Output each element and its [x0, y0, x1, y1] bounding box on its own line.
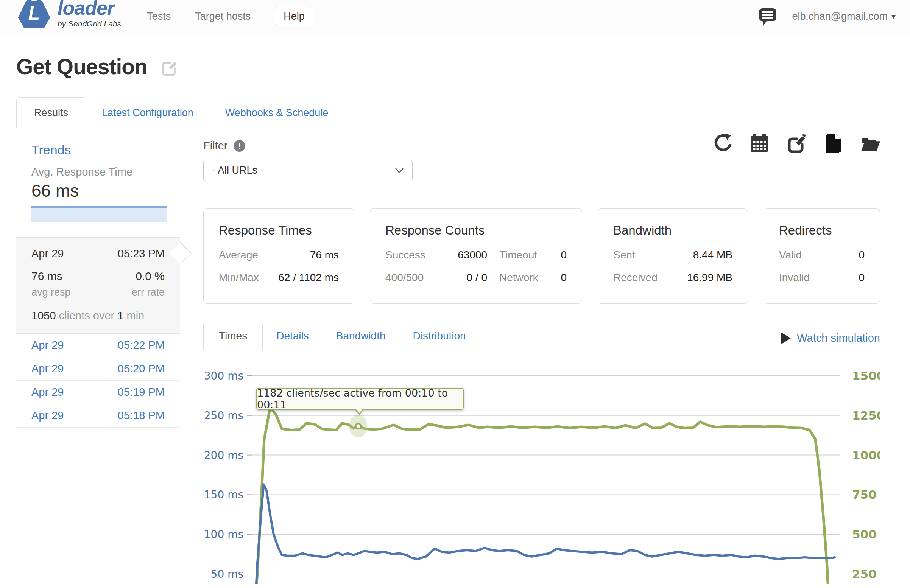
clients-count: 1050 — [31, 310, 56, 321]
page-title: Get Question — [16, 54, 147, 79]
run-avg-label: avg resp — [31, 286, 71, 298]
run-time: 05:18 PM — [118, 409, 165, 422]
edit-icon[interactable] — [787, 133, 806, 153]
info-icon[interactable]: ! — [234, 140, 245, 152]
stat-value: 0 — [551, 249, 567, 261]
tab-results[interactable]: Results — [16, 97, 86, 128]
stat-value: 62 / 1102 ms — [278, 272, 339, 284]
times-chart[interactable]: 300 ms1500250 ms1250200 ms1000150 ms7501… — [203, 350, 880, 584]
tab-latest-configuration[interactable]: Latest Configuration — [86, 98, 209, 128]
top-navbar: L loader by SendGrid Labs Tests Target h… — [0, 0, 910, 33]
card-title: Response Counts — [385, 223, 567, 237]
nav-link-target-hosts[interactable]: Target hosts — [195, 11, 251, 22]
tab-webhooks-schedule[interactable]: Webhooks & Schedule — [209, 98, 344, 128]
selected-run-card[interactable]: Apr 29 05:23 PM 76 ms 0.0 % avg resp err… — [16, 237, 180, 334]
card-title: Redirects — [779, 223, 865, 237]
chart-tab-distribution[interactable]: Distribution — [399, 322, 480, 350]
run-err-label: err rate — [132, 286, 165, 298]
chart-tab-times[interactable]: Times — [203, 322, 263, 350]
trend-sparkline — [31, 206, 166, 222]
svg-text:L: L — [28, 3, 40, 24]
clients-unit: min — [123, 310, 144, 321]
filter-label: Filter — [203, 140, 228, 152]
play-icon — [781, 332, 791, 344]
svg-text:1000: 1000 — [852, 448, 881, 462]
caret-down-icon: ▾ — [891, 12, 895, 21]
chart-tabs: Times Details Bandwidth Distribution Wat… — [203, 322, 880, 350]
stat-label: Success — [385, 249, 442, 261]
stat-label: Received — [613, 272, 658, 284]
user-menu[interactable]: elb.chan@gmail.com ▾ — [792, 11, 895, 22]
clients-text: clients over — [56, 310, 118, 321]
chat-icon[interactable] — [758, 7, 777, 26]
rename-test-icon[interactable] — [161, 59, 178, 76]
avg-response-value: 66 ms — [16, 181, 180, 201]
svg-text:150 ms: 150 ms — [204, 488, 243, 501]
svg-text:1250: 1250 — [852, 409, 881, 422]
svg-text:300 ms: 300 ms — [204, 370, 243, 382]
run-list-item[interactable]: Apr 29 05:22 PM — [16, 334, 180, 357]
user-email: elb.chan@gmail.com — [792, 11, 888, 22]
run-date: Apr 29 — [31, 247, 64, 260]
results-pane: Filter ! - All URLs - Response Times Ave… — [180, 128, 880, 584]
run-date: Apr 29 — [31, 409, 64, 422]
response-counts-card: Response Counts Success 63000 Timeout 0 … — [370, 208, 582, 304]
stat-label: Valid — [779, 249, 802, 261]
stat-label: 400/500 — [385, 272, 442, 284]
run-time: 05:22 PM — [118, 339, 165, 352]
folder-icon[interactable] — [861, 133, 880, 153]
watch-simulation-link[interactable]: Watch simulation — [781, 332, 880, 350]
brand-subtitle: by SendGrid Labs — [58, 19, 121, 28]
run-list-item[interactable]: Apr 29 05:20 PM — [16, 357, 180, 381]
url-filter-value: - All URLs - — [212, 165, 264, 176]
help-button[interactable]: Help — [275, 7, 314, 26]
calendar-icon[interactable] — [750, 133, 769, 153]
test-toolbar — [713, 133, 880, 153]
loader-logo[interactable]: L loader by SendGrid Labs — [16, 0, 121, 33]
trends-heading[interactable]: Trends — [16, 143, 180, 157]
stat-label: Timeout — [499, 249, 551, 261]
chevron-down-icon — [395, 168, 404, 174]
svg-text:750: 750 — [852, 488, 877, 501]
run-date: Apr 29 — [31, 362, 64, 375]
chart-tab-bandwidth[interactable]: Bandwidth — [323, 322, 399, 350]
run-list-item[interactable]: Apr 29 05:18 PM — [16, 404, 180, 428]
svg-text:250 ms: 250 ms — [204, 409, 243, 422]
svg-text:50 ms: 50 ms — [211, 568, 243, 580]
svg-text:500: 500 — [852, 527, 877, 541]
stat-value: 16.99 MB — [687, 272, 732, 284]
summary-cards: Response Times Average76 ms Min/Max62 / … — [203, 208, 880, 304]
card-title: Response Times — [219, 223, 339, 237]
url-filter-select[interactable]: - All URLs - — [203, 160, 412, 181]
stat-value: 0 — [858, 249, 865, 261]
nav-link-tests[interactable]: Tests — [147, 11, 171, 22]
svg-text:200 ms: 200 ms — [204, 449, 243, 462]
chart-tooltip-text: 1182 clients/sec active from 00:10 to 00… — [257, 387, 463, 410]
chart-tooltip: 1182 clients/sec active from 00:10 to 00… — [256, 388, 464, 410]
test-tabs: Results Latest Configuration Webhooks & … — [16, 97, 880, 128]
avg-response-label: Avg. Response Time — [16, 166, 180, 178]
svg-text:100 ms: 100 ms — [204, 528, 243, 541]
file-icon[interactable] — [824, 133, 843, 153]
bandwidth-card: Bandwidth Sent8.44 MB Received16.99 MB — [598, 208, 748, 304]
card-title: Bandwidth — [613, 223, 732, 237]
stat-label: Average — [219, 249, 258, 261]
stat-label: Invalid — [779, 272, 810, 284]
stat-label: Network — [499, 272, 551, 284]
stat-value: 0 — [551, 272, 567, 284]
run-err-value: 0.0 % — [136, 270, 165, 283]
refresh-icon[interactable] — [713, 133, 732, 153]
stat-value: 8.44 MB — [693, 249, 732, 261]
chart-tab-details[interactable]: Details — [263, 322, 323, 350]
run-avg-value: 76 ms — [31, 270, 63, 283]
watch-simulation-label: Watch simulation — [797, 332, 880, 344]
svg-text:250: 250 — [852, 567, 877, 581]
svg-text:1500: 1500 — [852, 369, 881, 383]
run-date: Apr 29 — [31, 386, 64, 399]
stat-value: 0 — [858, 272, 865, 284]
run-clients-summary: 1050 clients over 1 min — [31, 310, 165, 322]
loader-weight-icon: L — [16, 0, 52, 33]
redirects-card: Redirects Valid0 Invalid0 — [763, 208, 880, 304]
run-list-item[interactable]: Apr 29 05:19 PM — [16, 381, 180, 404]
brand-name: loader — [58, 0, 121, 19]
